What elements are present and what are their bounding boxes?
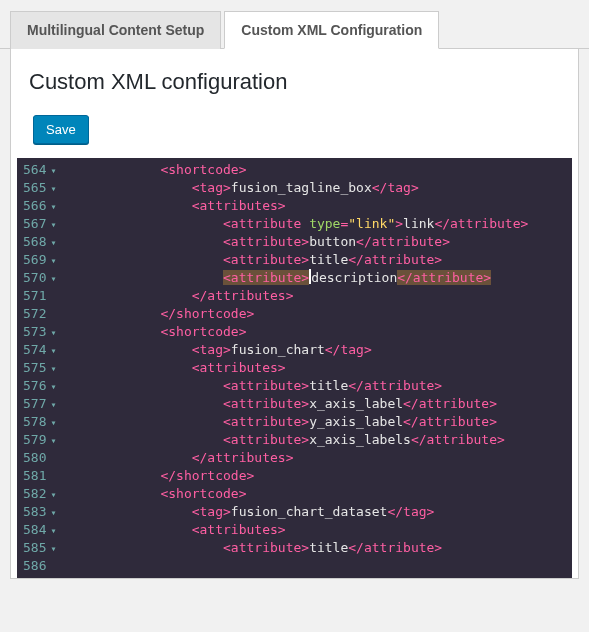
code-line[interactable]: </shortcode> — [66, 467, 528, 485]
fold-marker-icon[interactable]: ▾ — [48, 522, 56, 540]
code-line[interactable]: <attributes> — [66, 197, 528, 215]
tab-custom-xml[interactable]: Custom XML Configuration — [224, 11, 439, 49]
code-line[interactable]: <shortcode> — [66, 161, 528, 179]
gutter-line: 583▾ — [23, 503, 56, 521]
panel-title: Custom XML configuration — [29, 69, 560, 95]
code-line[interactable]: </attributes> — [66, 287, 528, 305]
fold-marker-icon[interactable]: ▾ — [48, 180, 56, 198]
xml-code-editor[interactable]: 564▾565▾566▾567▾568▾569▾570▾571 572 573▾… — [17, 158, 572, 578]
gutter-line: 575▾ — [23, 359, 56, 377]
code-line[interactable]: <attribute>title</attribute> — [66, 539, 528, 557]
code-line[interactable]: </attributes> — [66, 449, 528, 467]
gutter-line: 569▾ — [23, 251, 56, 269]
gutter-line: 585▾ — [23, 539, 56, 557]
code-line[interactable]: <attribute>x_axis_labels</attribute> — [66, 431, 528, 449]
code-line[interactable]: <attribute>description</attribute> — [66, 269, 528, 287]
tab-bar: Multilingual Content Setup Custom XML Co… — [0, 0, 589, 49]
gutter-line: 582▾ — [23, 485, 56, 503]
gutter-line: 580 — [23, 449, 56, 467]
gutter-line: 577▾ — [23, 395, 56, 413]
editor-code-area[interactable]: <shortcode> <tag>fusion_tagline_box</tag… — [62, 158, 528, 578]
fold-marker-icon[interactable]: ▾ — [48, 234, 56, 252]
gutter-line: 573▾ — [23, 323, 56, 341]
gutter-line: 578▾ — [23, 413, 56, 431]
gutter-line: 574▾ — [23, 341, 56, 359]
gutter-line: 572 — [23, 305, 56, 323]
gutter-line: 576▾ — [23, 377, 56, 395]
fold-marker-icon[interactable]: ▾ — [48, 414, 56, 432]
gutter-line: 565▾ — [23, 179, 56, 197]
code-line[interactable]: </shortcode> — [66, 305, 528, 323]
tab-multilingual[interactable]: Multilingual Content Setup — [10, 11, 221, 49]
fold-marker-icon[interactable]: ▾ — [48, 198, 56, 216]
fold-marker-icon[interactable]: ▾ — [48, 324, 56, 342]
code-line[interactable]: <attribute type="link">link</attribute> — [66, 215, 528, 233]
code-line[interactable]: <attribute>title</attribute> — [66, 377, 528, 395]
fold-marker-icon[interactable]: ▾ — [48, 504, 56, 522]
toolbar: Save — [11, 115, 578, 158]
save-button[interactable]: Save — [33, 115, 89, 144]
code-line[interactable]: <tag>fusion_chart</tag> — [66, 341, 528, 359]
code-line[interactable]: <attributes> — [66, 359, 528, 377]
code-line[interactable]: <attribute>x_axis_label</attribute> — [66, 395, 528, 413]
gutter-line: 570▾ — [23, 269, 56, 287]
gutter-line: 584▾ — [23, 521, 56, 539]
fold-marker-icon[interactable]: ▾ — [48, 270, 56, 288]
code-line[interactable]: <shortcode> — [66, 323, 528, 341]
code-line[interactable]: <attribute>y_axis_label</attribute> — [66, 413, 528, 431]
gutter-line: 581 — [23, 467, 56, 485]
gutter-line: 586 — [23, 557, 56, 575]
fold-marker-icon[interactable]: ▾ — [48, 432, 56, 450]
gutter-line: 571 — [23, 287, 56, 305]
fold-marker-icon[interactable]: ▾ — [48, 216, 56, 234]
panel-header: Custom XML configuration — [11, 49, 578, 115]
code-line[interactable]: <shortcode> — [66, 485, 528, 503]
code-line[interactable]: <tag>fusion_tagline_box</tag> — [66, 179, 528, 197]
gutter-line: 566▾ — [23, 197, 56, 215]
code-line[interactable]: <attribute>button</attribute> — [66, 233, 528, 251]
code-line[interactable] — [66, 557, 528, 575]
code-line[interactable]: <attribute>title</attribute> — [66, 251, 528, 269]
fold-marker-icon[interactable]: ▾ — [48, 252, 56, 270]
fold-marker-icon[interactable]: ▾ — [48, 360, 56, 378]
fold-marker-icon[interactable]: ▾ — [48, 342, 56, 360]
editor-gutter: 564▾565▾566▾567▾568▾569▾570▾571 572 573▾… — [17, 158, 62, 578]
fold-marker-icon[interactable]: ▾ — [48, 540, 56, 558]
gutter-line: 568▾ — [23, 233, 56, 251]
gutter-line: 564▾ — [23, 161, 56, 179]
code-line[interactable]: <attributes> — [66, 521, 528, 539]
fold-marker-icon[interactable]: ▾ — [48, 396, 56, 414]
page-root: Multilingual Content Setup Custom XML Co… — [0, 0, 589, 599]
gutter-line: 579▾ — [23, 431, 56, 449]
settings-panel: Custom XML configuration Save 564▾565▾56… — [10, 49, 579, 579]
code-line[interactable]: <tag>fusion_chart_dataset</tag> — [66, 503, 528, 521]
gutter-line: 567▾ — [23, 215, 56, 233]
fold-marker-icon[interactable]: ▾ — [48, 378, 56, 396]
fold-marker-icon[interactable]: ▾ — [48, 486, 56, 504]
fold-marker-icon[interactable]: ▾ — [48, 162, 56, 180]
